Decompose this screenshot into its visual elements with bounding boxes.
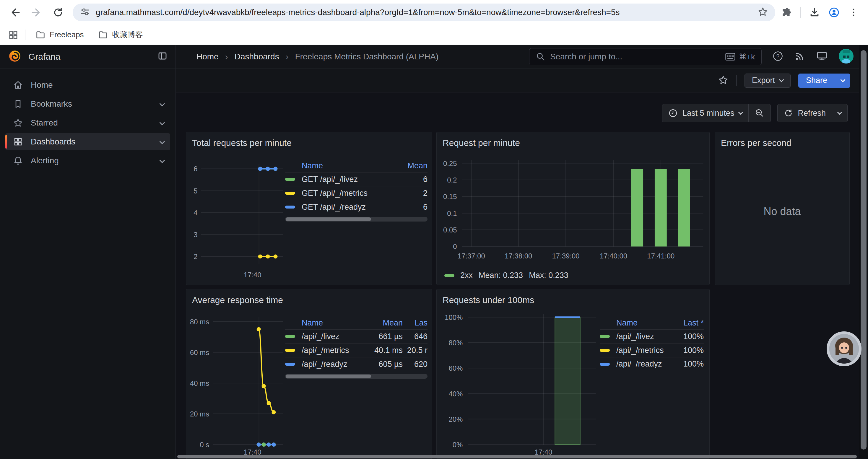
- browser-nav-buttons: [6, 7, 66, 18]
- downloads-icon[interactable]: [809, 7, 820, 18]
- bell-icon: [13, 156, 23, 166]
- refresh-interval-button[interactable]: [832, 104, 847, 122]
- search-placeholder: Search or jump to...: [550, 52, 622, 61]
- breadcrumb-home[interactable]: Home: [196, 52, 219, 61]
- panel-title[interactable]: Errors per second: [721, 138, 791, 148]
- address-bar[interactable]: grafana.mathmast.com/d/deytv4rwavabkb/fr…: [73, 4, 775, 21]
- bookmark-folder-freeleaps[interactable]: Freeleaps: [31, 28, 88, 42]
- legend-row[interactable]: GET /api/_/metrics2: [285, 186, 428, 200]
- legend-row[interactable]: GET /api/_/readyz6: [285, 200, 428, 214]
- bookmarks-divider: [25, 30, 25, 40]
- keyboard-icon: [725, 53, 735, 61]
- folder-icon: [35, 30, 45, 40]
- sidebar-item-dashboards[interactable]: Dashboards: [5, 133, 170, 150]
- monitor-kiosk-icon[interactable]: [816, 51, 828, 63]
- series-mean: Mean: 0.233: [478, 271, 523, 280]
- page-vertical-scrollbar[interactable]: [859, 45, 868, 459]
- export-button[interactable]: Export: [745, 73, 790, 88]
- help-icon[interactable]: ?: [772, 51, 783, 63]
- scrollbar-thumb[interactable]: [861, 50, 867, 450]
- time-controls: Last 5 minutes Refresh: [662, 104, 848, 122]
- refresh-group: Refresh: [777, 104, 848, 122]
- sidebar-item-label: Alerting: [31, 156, 59, 165]
- svg-text:2: 2: [193, 253, 197, 261]
- profile-icon[interactable]: [829, 7, 840, 18]
- legend-row[interactable]: /api/_/metrics40.1 ms20.5 r: [285, 343, 428, 357]
- sidebar-item-home[interactable]: Home: [5, 76, 170, 94]
- time-range-picker[interactable]: Last 5 minutes: [662, 104, 749, 122]
- apps-grid-icon[interactable]: [8, 29, 19, 40]
- svg-text:17:37:00: 17:37:00: [458, 252, 485, 260]
- site-settings-icon[interactable]: [80, 6, 90, 18]
- bookmark-star-icon[interactable]: [757, 6, 768, 18]
- svg-text:0 s: 0 s: [200, 441, 209, 449]
- dashboard-subheader: Export Share: [176, 69, 868, 93]
- browser-toolbar: grafana.mathmast.com/d/deytv4rwavabkb/fr…: [0, 0, 868, 25]
- chevron-down-icon: [159, 120, 165, 125]
- legend-row[interactable]: /api/_/readyz605 µs620: [285, 357, 428, 371]
- legend-row[interactable]: /api/_/metrics100%: [600, 343, 704, 357]
- share-button[interactable]: Share: [798, 73, 835, 88]
- grafana-topnav: Home › Dashboards › Freeleaps Metrics Da…: [176, 45, 868, 69]
- bookmark-label: Freeleaps: [50, 30, 84, 39]
- extensions-icon[interactable]: [780, 7, 792, 18]
- refresh-button[interactable]: Refresh: [778, 104, 832, 122]
- legend-scrollbar[interactable]: [285, 374, 428, 379]
- bar-chart[interactable]: 0.250.20.150.10.05017:37:0017:38:0017:39…: [437, 132, 709, 285]
- favorite-star-icon[interactable]: [718, 75, 728, 87]
- legend-row[interactable]: /api/_/livez661 µs646: [285, 329, 428, 343]
- sidebar-item-starred[interactable]: Starred: [5, 114, 170, 131]
- news-rss-icon[interactable]: [794, 51, 805, 63]
- sidebar-header: Grafana: [0, 45, 176, 69]
- chevron-down-icon: [837, 110, 842, 115]
- sidebar-item-bookmarks[interactable]: Bookmarks: [5, 95, 170, 112]
- browser-toolbar-right: [780, 7, 862, 18]
- page-horizontal-scrollbar[interactable]: [177, 455, 857, 458]
- dashboards-grid-icon: [13, 137, 23, 147]
- sidebar: Grafana Home Bookmarks Starred: [0, 45, 176, 459]
- chevron-down-icon: [159, 157, 165, 163]
- bookmark-folder-blog[interactable]: 收藏博客: [94, 28, 147, 42]
- panel-errors-per-second: Errors per second No data: [715, 132, 850, 285]
- bar-chart[interactable]: 100%80%60%40%20%0%17:40: [437, 289, 709, 459]
- legend-scrollbar[interactable]: [285, 217, 428, 222]
- avatar-image: [829, 334, 859, 364]
- series-color-pill: [285, 205, 295, 208]
- content: Home › Dashboards › Freeleaps Metrics Da…: [176, 45, 868, 459]
- user-avatar[interactable]: [838, 48, 854, 65]
- svg-text:0.05: 0.05: [443, 226, 457, 234]
- svg-text:20%: 20%: [448, 415, 463, 423]
- legend-row[interactable]: GET /api/_/livez6: [285, 172, 428, 186]
- breadcrumb-separator: ›: [225, 52, 228, 62]
- legend-inline[interactable]: 2xx Mean: 0.233 Max: 0.233: [444, 271, 568, 280]
- svg-text:0: 0: [453, 242, 457, 251]
- legend-table: NameLast */api/_/livez100%/api/_/metrics…: [600, 316, 704, 371]
- zoom-out-button[interactable]: [748, 104, 771, 122]
- chevron-down-icon: [159, 138, 165, 144]
- series-max: Max: 0.233: [529, 271, 568, 280]
- grafana-logo[interactable]: [8, 49, 22, 64]
- svg-text:0.1: 0.1: [447, 209, 457, 218]
- sidebar-toggle-icon[interactable]: [157, 51, 168, 63]
- legend-row[interactable]: /api/_/readyz100%: [600, 357, 704, 371]
- menu-kebab-icon[interactable]: [848, 7, 859, 18]
- topnav-icons: ?: [772, 48, 854, 65]
- panel-average-response-time: Average response time 80 ms60 ms40 ms20 …: [186, 289, 432, 459]
- legend-row[interactable]: /api/_/livez100%: [600, 329, 704, 343]
- series-color-pill: [285, 335, 295, 338]
- floating-assistant-avatar[interactable]: [827, 331, 862, 366]
- url-text[interactable]: grafana.mathmast.com/d/deytv4rwavabkb/fr…: [96, 8, 752, 17]
- sidebar-item-alerting[interactable]: Alerting: [5, 152, 170, 169]
- panel-requests-under-100ms: Requests under 100ms 100%80%60%40%20%0%1…: [436, 289, 710, 459]
- no-data-message: No data: [715, 205, 849, 218]
- reload-icon[interactable]: [52, 7, 63, 18]
- series-color-pill: [600, 349, 610, 352]
- svg-text:0.2: 0.2: [447, 176, 457, 184]
- svg-text:60 ms: 60 ms: [190, 349, 209, 357]
- back-icon[interactable]: [9, 7, 21, 18]
- breadcrumb-dashboards[interactable]: Dashboards: [235, 52, 279, 61]
- forward-icon[interactable]: [31, 7, 42, 18]
- search-input[interactable]: Search or jump to... ⌘+k: [529, 48, 762, 65]
- share-menu-button[interactable]: [835, 73, 850, 88]
- svg-text:3: 3: [193, 231, 197, 239]
